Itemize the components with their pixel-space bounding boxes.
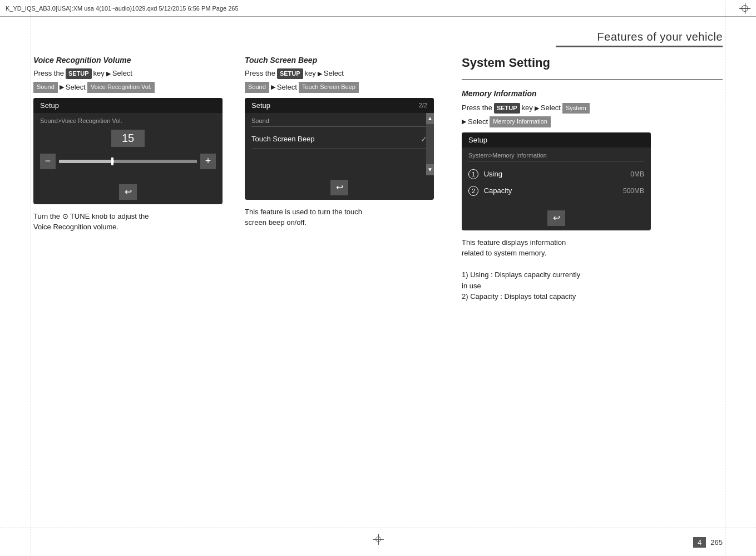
- page-number: 265: [710, 538, 723, 547]
- ts-page-num: 2/2: [419, 102, 427, 109]
- select-text2-ts: Select: [277, 82, 297, 94]
- key-text-ts: key: [305, 68, 316, 80]
- screen-body-vr: Sound>Voice Recognition Vol. 15 − +: [33, 113, 223, 180]
- item2-num: 2: [468, 186, 478, 196]
- volume-slider[interactable]: [59, 160, 197, 163]
- arrow1-mi: ▶: [535, 104, 539, 114]
- volume-slider-fill: [59, 160, 114, 163]
- volume-display: 15: [111, 130, 145, 147]
- arrow2-mi: ▶: [462, 117, 466, 127]
- press-text-ts: Press the: [245, 68, 275, 80]
- key-text-vr: key: [93, 68, 105, 80]
- select-text-mi: Select: [541, 102, 561, 114]
- system-setting-underline: [462, 79, 723, 80]
- screen-footer-ts: ↩: [245, 175, 434, 200]
- memory-item-capacity-label: 2 Capacity: [468, 186, 512, 196]
- voice-recognition-screen: Setup Sound>Voice Recognition Vol. 15 − …: [33, 98, 223, 204]
- page-title-bar: Features of your vehicle: [556, 31, 723, 47]
- memory-item-using: 1 Using 0MB: [468, 166, 644, 183]
- volume-control: − +: [40, 154, 216, 169]
- memory-screen-subtitle: System>Memory Information: [468, 152, 644, 161]
- item1-num: 1: [468, 169, 478, 179]
- sound-badge-vr: Sound: [33, 82, 58, 93]
- page-title: Features of your vehicle: [597, 31, 723, 43]
- setup-badge-mi: SETUP: [494, 103, 520, 114]
- ts-scroll-up-btn[interactable]: ▲: [426, 113, 434, 124]
- voice-recognition-section: Voice Recognition Volume Press the SETUP…: [33, 56, 245, 523]
- voice-recognition-description: Turn the ⊙ TUNE knob to adjust theVoice …: [33, 211, 234, 233]
- bottom-crosshair: [373, 534, 384, 545]
- select-text-ts: Select: [324, 68, 344, 80]
- volume-slider-thumb: [111, 158, 113, 165]
- voice-recognition-instruction2: Sound ▶ Select Voice Recognition Vol.: [33, 82, 234, 94]
- item1-label: Using: [484, 170, 502, 178]
- screen-header-vr: Setup: [33, 98, 223, 113]
- volume-minus-btn[interactable]: −: [40, 154, 56, 169]
- ts-screen-content: Sound Touch Screen Beep ✓: [245, 113, 434, 175]
- left-margin: [31, 0, 31, 556]
- file-info: K_YD_IQS_AB3.0[USA]:XM usa 4(101~audio)1…: [6, 5, 739, 12]
- memory-list2: 2) Capacity : Displays total capacity: [462, 292, 576, 301]
- touch-screen-beep-title: Touch Screen Beep: [245, 56, 445, 65]
- ts-screen-header: Setup 2/2: [245, 98, 434, 113]
- memory-instruction: Press the SETUP key ▶ Select System: [462, 102, 723, 114]
- tsbeep-instruction: Press the SETUP key ▶ Select: [245, 68, 445, 80]
- press-text: Press the: [33, 68, 64, 80]
- system-setting-section: System Setting Memory Information Press …: [456, 56, 723, 523]
- ts-screen-title: Setup: [251, 101, 270, 110]
- ts-item-label: Touch Screen Beep: [251, 135, 314, 143]
- memory-instruction2: ▶ Select Memory Information: [462, 116, 723, 128]
- voice-recognition-title: Voice Recognition Volume: [33, 56, 234, 65]
- vol-badge: Voice Recognition Vol.: [87, 82, 155, 93]
- page-title-underline: [556, 46, 723, 47]
- press-text-mi: Press the: [462, 102, 492, 114]
- key-text-mi: key: [522, 102, 533, 114]
- setup-badge-ts: SETUP: [277, 68, 303, 80]
- header-crosshair: [739, 3, 750, 14]
- memory-desc-line1: This feature displays information: [462, 238, 566, 247]
- ts-sound-label: Sound: [251, 117, 427, 127]
- select-text2-vr: Select: [66, 82, 86, 94]
- sound-badge-ts: Sound: [245, 82, 269, 93]
- right-margin: [725, 0, 725, 556]
- touch-screen-beep-screen: Setup 2/2 Sound Touch Screen Beep ✓ ▲ ▼: [245, 98, 434, 200]
- ts-screen-item: Touch Screen Beep ✓: [251, 130, 427, 149]
- arrow2-vr: ▶: [60, 82, 64, 92]
- tsbeep-description: This feature is used to turn the touch s…: [245, 206, 445, 228]
- back-button-mi[interactable]: ↩: [547, 210, 565, 226]
- tsbeep-desc-line2: screen beep on/off.: [245, 218, 307, 227]
- page-number-area: 4 265: [693, 537, 723, 548]
- ts-badge: Touch Screen Beep: [299, 82, 359, 93]
- ts-scrollbar: ▲ ▼: [426, 113, 434, 175]
- screen-subtitle-vr: Sound>Voice Recognition Vol.: [40, 117, 216, 124]
- tsbeep-instruction2: Sound ▶ Select Touch Screen Beep: [245, 82, 445, 94]
- main-content: Voice Recognition Volume Press the SETUP…: [33, 56, 723, 523]
- back-button-vr[interactable]: ↩: [119, 184, 137, 200]
- memory-badge: Memory Information: [490, 116, 551, 127]
- memory-description: This feature displays information relate…: [462, 237, 723, 302]
- setup-badge-vr: SETUP: [66, 68, 92, 80]
- ts-scroll-down-btn[interactable]: ▼: [426, 164, 434, 175]
- system-setting-title: System Setting: [462, 56, 723, 70]
- select-text2-mi: Select: [468, 116, 488, 128]
- memory-screen-footer: ↩: [462, 204, 651, 230]
- volume-plus-btn[interactable]: +: [200, 154, 216, 169]
- select-text-vr: Select: [112, 68, 132, 80]
- ts-scroll-track: [426, 124, 434, 164]
- memory-list1: 1) Using : Displays capacity currently: [462, 270, 580, 279]
- memory-item-capacity: 2 Capacity 500MB: [468, 183, 644, 199]
- tune-desc: Turn the ⊙ TUNE knob to adjust theVoice …: [33, 212, 149, 232]
- arrow1-vr: ▶: [106, 69, 111, 79]
- memory-screen-header: Setup: [462, 132, 651, 147]
- memory-info-subtitle: Memory Information: [462, 89, 723, 98]
- memory-desc-line2: related to system memory.: [462, 249, 546, 257]
- memory-screen-body: System>Memory Information 1 Using 0MB 2 …: [462, 147, 651, 204]
- back-button-ts[interactable]: ↩: [330, 180, 348, 195]
- item2-value: 500MB: [623, 187, 644, 195]
- ts-screen-content-wrap: Sound Touch Screen Beep ✓ ▲ ▼: [245, 113, 434, 175]
- bottom-divider: [0, 528, 756, 528]
- memory-screen: Setup System>Memory Information 1 Using …: [462, 132, 651, 230]
- screen-footer-vr: ↩: [33, 180, 223, 204]
- arrow1-ts: ▶: [318, 69, 322, 79]
- system-badge: System: [562, 103, 590, 114]
